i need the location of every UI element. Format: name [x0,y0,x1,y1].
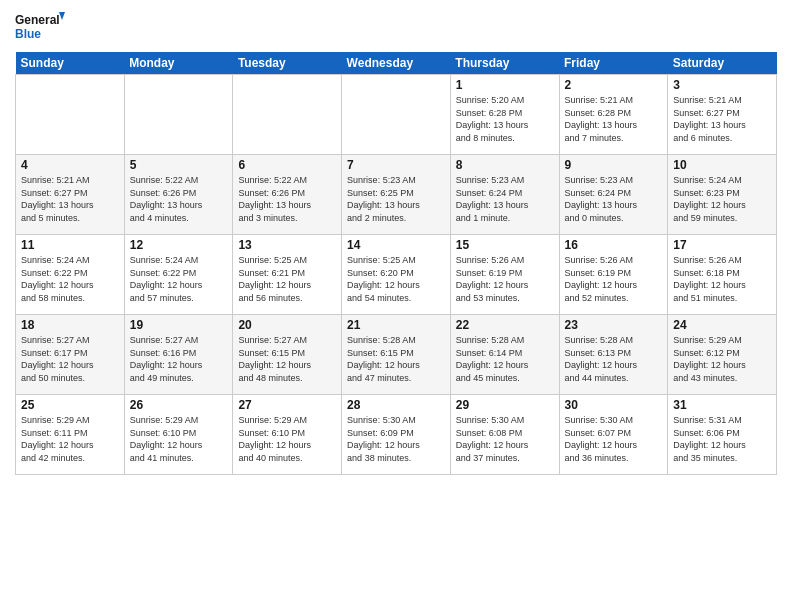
day-number: 30 [565,398,663,412]
day-number: 8 [456,158,554,172]
day-number: 12 [130,238,228,252]
day-number: 15 [456,238,554,252]
day-number: 31 [673,398,771,412]
cell-info: Sunrise: 5:22 AM Sunset: 6:26 PM Dayligh… [130,174,228,224]
week-row-2: 4Sunrise: 5:21 AM Sunset: 6:27 PM Daylig… [16,155,777,235]
calendar-cell: 14Sunrise: 5:25 AM Sunset: 6:20 PM Dayli… [342,235,451,315]
calendar-cell: 26Sunrise: 5:29 AM Sunset: 6:10 PM Dayli… [124,395,233,475]
calendar-cell: 30Sunrise: 5:30 AM Sunset: 6:07 PM Dayli… [559,395,668,475]
day-number: 26 [130,398,228,412]
cell-info: Sunrise: 5:29 AM Sunset: 6:11 PM Dayligh… [21,414,119,464]
day-header-tuesday: Tuesday [233,52,342,75]
calendar-cell: 18Sunrise: 5:27 AM Sunset: 6:17 PM Dayli… [16,315,125,395]
cell-info: Sunrise: 5:30 AM Sunset: 6:07 PM Dayligh… [565,414,663,464]
day-header-thursday: Thursday [450,52,559,75]
day-number: 24 [673,318,771,332]
day-header-monday: Monday [124,52,233,75]
calendar-cell: 29Sunrise: 5:30 AM Sunset: 6:08 PM Dayli… [450,395,559,475]
calendar-cell: 20Sunrise: 5:27 AM Sunset: 6:15 PM Dayli… [233,315,342,395]
calendar-cell: 11Sunrise: 5:24 AM Sunset: 6:22 PM Dayli… [16,235,125,315]
week-row-1: 1Sunrise: 5:20 AM Sunset: 6:28 PM Daylig… [16,75,777,155]
day-number: 18 [21,318,119,332]
day-number: 9 [565,158,663,172]
cell-info: Sunrise: 5:28 AM Sunset: 6:13 PM Dayligh… [565,334,663,384]
svg-text:General: General [15,13,60,27]
cell-info: Sunrise: 5:26 AM Sunset: 6:18 PM Dayligh… [673,254,771,304]
calendar-cell: 31Sunrise: 5:31 AM Sunset: 6:06 PM Dayli… [668,395,777,475]
logo-svg: General Blue [15,10,65,46]
calendar-cell: 9Sunrise: 5:23 AM Sunset: 6:24 PM Daylig… [559,155,668,235]
week-row-4: 18Sunrise: 5:27 AM Sunset: 6:17 PM Dayli… [16,315,777,395]
day-number: 11 [21,238,119,252]
cell-info: Sunrise: 5:26 AM Sunset: 6:19 PM Dayligh… [456,254,554,304]
day-number: 22 [456,318,554,332]
calendar-cell: 17Sunrise: 5:26 AM Sunset: 6:18 PM Dayli… [668,235,777,315]
calendar-cell: 15Sunrise: 5:26 AM Sunset: 6:19 PM Dayli… [450,235,559,315]
calendar-cell: 5Sunrise: 5:22 AM Sunset: 6:26 PM Daylig… [124,155,233,235]
day-header-friday: Friday [559,52,668,75]
day-number: 17 [673,238,771,252]
day-number: 3 [673,78,771,92]
calendar-header-row: SundayMondayTuesdayWednesdayThursdayFrid… [16,52,777,75]
day-number: 6 [238,158,336,172]
calendar-body: 1Sunrise: 5:20 AM Sunset: 6:28 PM Daylig… [16,75,777,475]
calendar-cell: 7Sunrise: 5:23 AM Sunset: 6:25 PM Daylig… [342,155,451,235]
day-number: 23 [565,318,663,332]
calendar-cell: 12Sunrise: 5:24 AM Sunset: 6:22 PM Dayli… [124,235,233,315]
day-number: 19 [130,318,228,332]
calendar-table: SundayMondayTuesdayWednesdayThursdayFrid… [15,52,777,475]
calendar-cell [342,75,451,155]
cell-info: Sunrise: 5:23 AM Sunset: 6:24 PM Dayligh… [456,174,554,224]
svg-marker-2 [59,12,65,20]
day-number: 7 [347,158,445,172]
day-number: 14 [347,238,445,252]
calendar-cell: 4Sunrise: 5:21 AM Sunset: 6:27 PM Daylig… [16,155,125,235]
calendar-cell: 1Sunrise: 5:20 AM Sunset: 6:28 PM Daylig… [450,75,559,155]
day-number: 10 [673,158,771,172]
cell-info: Sunrise: 5:31 AM Sunset: 6:06 PM Dayligh… [673,414,771,464]
cell-info: Sunrise: 5:25 AM Sunset: 6:20 PM Dayligh… [347,254,445,304]
cell-info: Sunrise: 5:20 AM Sunset: 6:28 PM Dayligh… [456,94,554,144]
calendar-cell: 3Sunrise: 5:21 AM Sunset: 6:27 PM Daylig… [668,75,777,155]
calendar-cell: 2Sunrise: 5:21 AM Sunset: 6:28 PM Daylig… [559,75,668,155]
day-number: 25 [21,398,119,412]
calendar-cell: 8Sunrise: 5:23 AM Sunset: 6:24 PM Daylig… [450,155,559,235]
calendar-cell: 25Sunrise: 5:29 AM Sunset: 6:11 PM Dayli… [16,395,125,475]
day-number: 4 [21,158,119,172]
day-number: 13 [238,238,336,252]
calendar-cell: 6Sunrise: 5:22 AM Sunset: 6:26 PM Daylig… [233,155,342,235]
calendar-cell: 23Sunrise: 5:28 AM Sunset: 6:13 PM Dayli… [559,315,668,395]
cell-info: Sunrise: 5:28 AM Sunset: 6:14 PM Dayligh… [456,334,554,384]
calendar-cell [16,75,125,155]
day-number: 2 [565,78,663,92]
day-header-saturday: Saturday [668,52,777,75]
page-container: General Blue SundayMondayTuesdayWednesda… [0,0,792,485]
cell-info: Sunrise: 5:25 AM Sunset: 6:21 PM Dayligh… [238,254,336,304]
calendar-cell: 21Sunrise: 5:28 AM Sunset: 6:15 PM Dayli… [342,315,451,395]
calendar-cell: 10Sunrise: 5:24 AM Sunset: 6:23 PM Dayli… [668,155,777,235]
day-number: 27 [238,398,336,412]
calendar-cell [233,75,342,155]
calendar-cell [124,75,233,155]
cell-info: Sunrise: 5:23 AM Sunset: 6:25 PM Dayligh… [347,174,445,224]
calendar-cell: 13Sunrise: 5:25 AM Sunset: 6:21 PM Dayli… [233,235,342,315]
cell-info: Sunrise: 5:29 AM Sunset: 6:12 PM Dayligh… [673,334,771,384]
cell-info: Sunrise: 5:24 AM Sunset: 6:22 PM Dayligh… [21,254,119,304]
calendar-cell: 24Sunrise: 5:29 AM Sunset: 6:12 PM Dayli… [668,315,777,395]
calendar-cell: 22Sunrise: 5:28 AM Sunset: 6:14 PM Dayli… [450,315,559,395]
week-row-5: 25Sunrise: 5:29 AM Sunset: 6:11 PM Dayli… [16,395,777,475]
day-number: 29 [456,398,554,412]
cell-info: Sunrise: 5:27 AM Sunset: 6:15 PM Dayligh… [238,334,336,384]
logo: General Blue [15,10,65,46]
calendar-cell: 28Sunrise: 5:30 AM Sunset: 6:09 PM Dayli… [342,395,451,475]
cell-info: Sunrise: 5:30 AM Sunset: 6:09 PM Dayligh… [347,414,445,464]
day-number: 20 [238,318,336,332]
cell-info: Sunrise: 5:27 AM Sunset: 6:16 PM Dayligh… [130,334,228,384]
cell-info: Sunrise: 5:24 AM Sunset: 6:23 PM Dayligh… [673,174,771,224]
cell-info: Sunrise: 5:29 AM Sunset: 6:10 PM Dayligh… [238,414,336,464]
cell-info: Sunrise: 5:26 AM Sunset: 6:19 PM Dayligh… [565,254,663,304]
cell-info: Sunrise: 5:29 AM Sunset: 6:10 PM Dayligh… [130,414,228,464]
cell-info: Sunrise: 5:27 AM Sunset: 6:17 PM Dayligh… [21,334,119,384]
day-number: 16 [565,238,663,252]
calendar-cell: 19Sunrise: 5:27 AM Sunset: 6:16 PM Dayli… [124,315,233,395]
